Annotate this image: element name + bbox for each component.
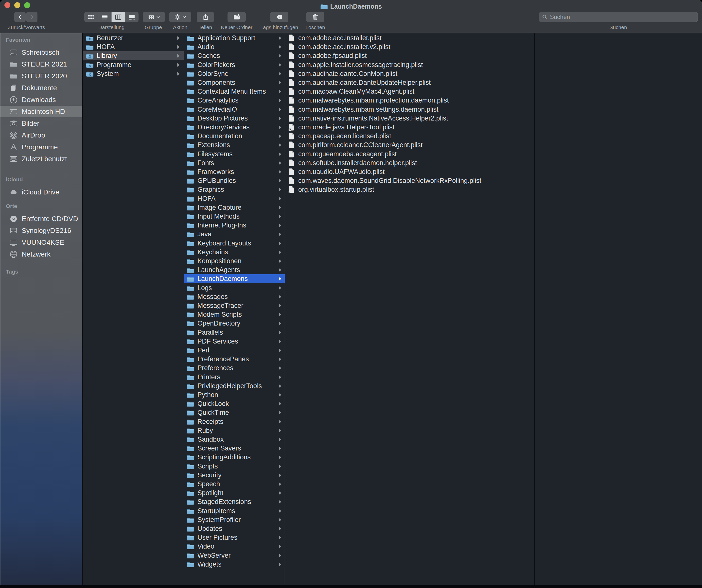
file-row-com-waves-daemon-soundgrid-disablenetworkrxpolling-plist[interactable]: com.waves.daemon.SoundGrid.DisableNetwor… bbox=[285, 176, 535, 185]
folder-row-system[interactable]: XSystem bbox=[83, 69, 184, 78]
folder-row-scriptingadditions[interactable]: ScriptingAdditions bbox=[184, 453, 285, 462]
sidebar-item-steuer-2020[interactable]: STEUER 2020 bbox=[0, 70, 82, 82]
file-row-com-malwarebytes-mbam-settings-daemon-plist[interactable]: com.malwarebytes.mbam.settings.daemon.pl… bbox=[285, 105, 535, 114]
folder-row-sandbox[interactable]: Sandbox bbox=[184, 435, 285, 444]
folder-row-contextual-menu-items[interactable]: Contextual Menu Items bbox=[184, 87, 285, 96]
folder-row-programme[interactable]: AProgramme bbox=[83, 61, 184, 69]
share-button[interactable] bbox=[197, 12, 214, 22]
icon-view-button[interactable] bbox=[84, 12, 98, 22]
folder-row-printers[interactable]: Printers bbox=[184, 373, 285, 381]
folder-row-preferencepanes[interactable]: PreferencePanes bbox=[184, 355, 285, 363]
folder-row-image-capture[interactable]: Image Capture bbox=[184, 203, 285, 212]
folder-row-input-methods[interactable]: Input Methods bbox=[184, 212, 285, 221]
folder-row-caches[interactable]: Caches bbox=[184, 51, 285, 60]
folder-row-frameworks[interactable]: Frameworks bbox=[184, 167, 285, 176]
folder-row-extensions[interactable]: Extensions bbox=[184, 140, 285, 149]
sidebar-item-netzwerk[interactable]: Netzwerk bbox=[0, 248, 82, 260]
folder-row-webserver[interactable]: WebServer bbox=[184, 551, 285, 560]
minimize-button[interactable] bbox=[14, 2, 20, 8]
file-row-com-softube-installerdaemon-helper-plist[interactable]: com.softube.installerdaemon.helper.plist bbox=[285, 158, 535, 167]
folder-row-coremediaio[interactable]: CoreMediaIO bbox=[184, 105, 285, 114]
folder-row-spotlight[interactable]: Spotlight bbox=[184, 488, 285, 497]
folder-row-keyboard-layouts[interactable]: Keyboard Layouts bbox=[184, 239, 285, 248]
file-row-com-native-instruments-nativeaccess-helper2-plist[interactable]: com.native-instruments.NativeAccess.Help… bbox=[285, 114, 535, 123]
folder-row-privilegedhelpertools[interactable]: PrivilegedHelperTools bbox=[184, 381, 285, 390]
group-button[interactable] bbox=[143, 12, 165, 22]
folder-row-coreanalytics[interactable]: CoreAnalytics bbox=[184, 96, 285, 105]
folder-row-kompositionen[interactable]: Kompositionen bbox=[184, 256, 285, 265]
file-row-com-adobe-acc-installer-v2-plist[interactable]: com.adobe.acc.installer.v2.plist bbox=[285, 42, 535, 51]
folder-row-application-support[interactable]: Application Support bbox=[184, 33, 285, 42]
folder-row-updates[interactable]: Updates bbox=[184, 524, 285, 533]
folder-row-hofa[interactable]: HOFA bbox=[83, 42, 184, 51]
sidebar-item-macintosh-hd[interactable]: Macintosh HD bbox=[0, 106, 82, 117]
folder-row-scripts[interactable]: Scripts bbox=[184, 462, 285, 471]
folder-row-components[interactable]: Components bbox=[184, 78, 285, 87]
sidebar-item-vuuno4kse[interactable]: VUUNO4KSE bbox=[0, 237, 82, 248]
folder-row-stagedextensions[interactable]: StagedExtensions bbox=[184, 497, 285, 506]
folder-row-modem-scripts[interactable]: Modem Scripts bbox=[184, 310, 285, 319]
file-row-com-rogueamoeba-aceagent-plist[interactable]: com.rogueamoeba.aceagent.plist bbox=[285, 149, 535, 158]
folder-row-security[interactable]: Security bbox=[184, 471, 285, 480]
folder-row-video[interactable]: Video bbox=[184, 542, 285, 551]
file-row-com-malwarebytes-mbam-rtprotection-daemon-plist[interactable]: com.malwarebytes.mbam.rtprotection.daemo… bbox=[285, 96, 535, 105]
gallery-view-button[interactable] bbox=[125, 12, 138, 22]
folder-row-launchdaemons[interactable]: LaunchDaemons bbox=[184, 274, 285, 283]
folder-row-systemprofiler[interactable]: SystemProfiler bbox=[184, 515, 285, 524]
sidebar-item-programme[interactable]: Programme bbox=[0, 141, 82, 153]
file-row-com-macpaw-cleanmymac4-agent-plist[interactable]: com.macpaw.CleanMyMac4.Agent.plist bbox=[285, 87, 535, 96]
action-button[interactable] bbox=[169, 12, 191, 22]
folder-row-preferences[interactable]: Preferences bbox=[184, 363, 285, 372]
folder-row-receipts[interactable]: Receipts bbox=[184, 417, 285, 426]
sidebar-item-dokumente[interactable]: Dokumente bbox=[0, 82, 82, 94]
back-button[interactable] bbox=[14, 12, 26, 22]
add-tags-button[interactable] bbox=[270, 12, 288, 22]
search-input[interactable] bbox=[550, 13, 695, 21]
folder-row-fonts[interactable]: Fonts bbox=[184, 158, 285, 167]
folder-row-python[interactable]: Python bbox=[184, 390, 285, 399]
folder-row-gpubundles[interactable]: GPUBundles bbox=[184, 176, 285, 185]
folder-row-graphics[interactable]: Graphics bbox=[184, 185, 285, 194]
forward-button[interactable] bbox=[26, 12, 37, 22]
sidebar-item-entfernte-cd-dvd[interactable]: Entfernte CD/DVD bbox=[0, 213, 82, 225]
column-divider[interactable] bbox=[285, 33, 285, 585]
folder-row-audio[interactable]: Audio bbox=[184, 42, 285, 51]
sidebar-item-schreibtisch[interactable]: Schreibtisch bbox=[0, 46, 82, 58]
folder-row-hofa[interactable]: HOFA bbox=[184, 194, 285, 203]
column-divider[interactable] bbox=[184, 33, 184, 585]
folder-row-opendirectory[interactable]: OpenDirectory bbox=[184, 319, 285, 328]
folder-row-logs[interactable]: Logs bbox=[184, 283, 285, 292]
folder-row-screen-savers[interactable]: Screen Savers bbox=[184, 444, 285, 453]
folder-row-messagetracer[interactable]: MessageTracer bbox=[184, 301, 285, 310]
folder-row-colorpickers[interactable]: ColorPickers bbox=[184, 61, 285, 69]
sidebar-item-steuer-2021[interactable]: STEUER 2021 bbox=[0, 58, 82, 70]
file-row-com-uaudio-uafwaudio-plist[interactable]: com.uaudio.UAFWAudio.plist bbox=[285, 167, 535, 176]
zoom-button[interactable] bbox=[24, 2, 30, 8]
file-row-com-paceap-eden-licensed-plist[interactable]: com.paceap.eden.licensed.plist bbox=[285, 132, 535, 140]
folder-row-widgets[interactable]: Widgets bbox=[184, 560, 285, 569]
folder-row-internet-plug-ins[interactable]: Internet Plug-Ins bbox=[184, 221, 285, 230]
folder-row-user-pictures[interactable]: User Pictures bbox=[184, 533, 285, 542]
close-button[interactable] bbox=[4, 2, 10, 8]
file-row-com-piriform-ccleaner-ccleaneragent-plist[interactable]: com.piriform.ccleaner.CCleanerAgent.plis… bbox=[285, 140, 535, 149]
column-view-button[interactable] bbox=[111, 12, 125, 22]
folder-row-messages[interactable]: Messages bbox=[184, 292, 285, 301]
sidebar-item-synologyds216[interactable]: SynologyDS216 bbox=[0, 225, 82, 236]
list-view-button[interactable] bbox=[98, 12, 111, 22]
folder-row-perl[interactable]: Perl bbox=[184, 346, 285, 355]
new-folder-button[interactable] bbox=[228, 12, 246, 22]
folder-row-launchagents[interactable]: LaunchAgents bbox=[184, 265, 285, 274]
file-row-com-adobe-acc-installer-plist[interactable]: com.adobe.acc.installer.plist bbox=[285, 33, 535, 42]
folder-row-parallels[interactable]: Parallels bbox=[184, 328, 285, 337]
folder-row-ruby[interactable]: Ruby bbox=[184, 426, 285, 435]
folder-row-java[interactable]: Java bbox=[184, 230, 285, 239]
file-row-com-audinate-dante-danteupdatehelper-plist[interactable]: com.audinate.dante.DanteUpdateHelper.pli… bbox=[285, 78, 535, 87]
sidebar-item-zuletzt-benutzt[interactable]: Zuletzt benutzt bbox=[0, 153, 82, 164]
folder-row-filesystems[interactable]: Filesystems bbox=[184, 149, 285, 158]
folder-row-desktop-pictures[interactable]: Desktop Pictures bbox=[184, 114, 285, 123]
column-divider[interactable] bbox=[535, 33, 535, 585]
folder-row-speech[interactable]: Speech bbox=[184, 480, 285, 488]
folder-row-documentation[interactable]: Documentation bbox=[184, 132, 285, 140]
file-row-org-virtualbox-startup-plist[interactable]: org.virtualbox.startup.plist bbox=[285, 185, 535, 194]
delete-button[interactable] bbox=[306, 12, 324, 22]
